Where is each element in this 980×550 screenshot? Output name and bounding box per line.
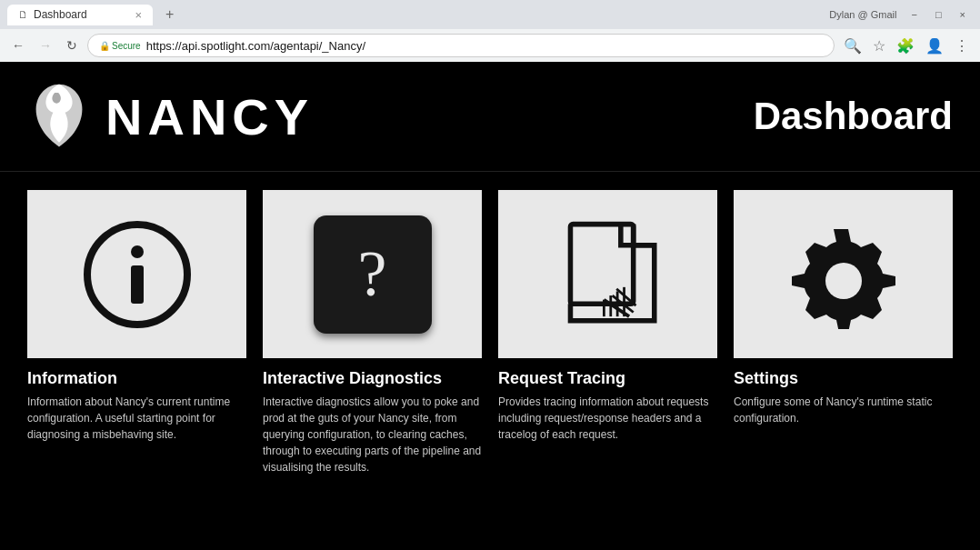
logo-area: NANCY — [27, 80, 314, 153]
extensions-icon[interactable]: 🧩 — [893, 35, 918, 56]
interactive-diagnostics-card[interactable]: ? Interactive Diagnostics Interactive di… — [263, 190, 482, 532]
minimize-button[interactable]: − — [904, 7, 924, 22]
new-tab-button[interactable]: + — [160, 5, 179, 25]
toolbar-icons: 🔍 ☆ 🧩 👤 ⋮ — [840, 35, 973, 56]
page-title: Dashboard — [754, 95, 953, 138]
tab-close-button[interactable]: × — [135, 8, 142, 22]
logo-text: NANCY — [105, 87, 314, 146]
search-icon[interactable]: 🔍 — [840, 35, 865, 56]
title-bar: 🗋 Dashboard × + Dylan @ Gmail − □ × — [0, 0, 980, 29]
information-icon — [83, 220, 192, 329]
key-icon: ? — [314, 215, 432, 334]
reload-button[interactable]: ↻ — [62, 36, 82, 55]
svg-point-1 — [131, 245, 144, 258]
svg-rect-2 — [131, 265, 144, 304]
information-card-image — [27, 190, 246, 358]
request-tracing-card-desc: Provides tracing information about reque… — [498, 394, 717, 443]
request-tracing-card-title: Request Tracing — [498, 369, 717, 388]
settings-card-title: Settings — [734, 369, 953, 388]
document-icon — [554, 220, 663, 329]
interactive-diagnostics-card-desc: Interactive diagnostics allow you to pok… — [263, 394, 482, 475]
request-tracing-card[interactable]: Request Tracing Provides tracing informa… — [498, 190, 717, 532]
close-button[interactable]: × — [953, 7, 973, 22]
main-content: NANCY Dashboard Information Information … — [0, 62, 980, 550]
address-bar[interactable]: Secure https://api.spotlight.com/agentap… — [87, 34, 835, 57]
interactive-diagnostics-card-image: ? — [263, 190, 482, 358]
title-bar-left: 🗋 Dashboard × + — [7, 5, 179, 25]
menu-icon[interactable]: ⋮ — [951, 35, 973, 56]
information-card-title: Information — [27, 369, 246, 388]
url-text: https://api.spotlight.com/agentapi/_Nanc… — [146, 39, 823, 53]
information-card[interactable]: Information Information about Nancy's cu… — [27, 190, 246, 532]
secure-badge: Secure — [99, 41, 141, 51]
cards-container: Information Information about Nancy's cu… — [0, 172, 980, 550]
site-header: NANCY Dashboard — [0, 62, 980, 172]
settings-card-image — [734, 190, 953, 358]
interactive-diagnostics-card-title: Interactive Diagnostics — [263, 369, 482, 388]
settings-card-desc: Configure some of Nancy's runtime static… — [734, 394, 953, 426]
forward-button[interactable]: → — [35, 36, 56, 55]
window-controls: − □ × — [904, 7, 973, 22]
information-card-desc: Information about Nancy's current runtim… — [27, 394, 246, 443]
browser-tab[interactable]: 🗋 Dashboard × — [7, 5, 153, 25]
settings-card[interactable]: Settings Configure some of Nancy's runti… — [734, 190, 953, 532]
browser-chrome: 🗋 Dashboard × + Dylan @ Gmail − □ × ← → … — [0, 0, 980, 62]
svg-point-11 — [825, 263, 862, 299]
maximize-button[interactable]: □ — [928, 7, 949, 22]
address-bar-row: ← → ↻ Secure https://api.spotlight.com/a… — [0, 29, 980, 62]
user-label: Dylan @ Gmail — [829, 9, 896, 20]
request-tracing-card-image — [498, 190, 717, 358]
nancy-logo-icon — [27, 80, 91, 153]
profile-icon[interactable]: 👤 — [922, 35, 947, 56]
bookmark-icon[interactable]: ☆ — [869, 35, 889, 56]
tab-label: Dashboard — [34, 8, 87, 21]
gear-icon — [789, 220, 898, 329]
tab-icon: 🗋 — [18, 9, 28, 20]
back-button[interactable]: ← — [7, 36, 29, 55]
secure-label: Secure — [112, 41, 141, 51]
